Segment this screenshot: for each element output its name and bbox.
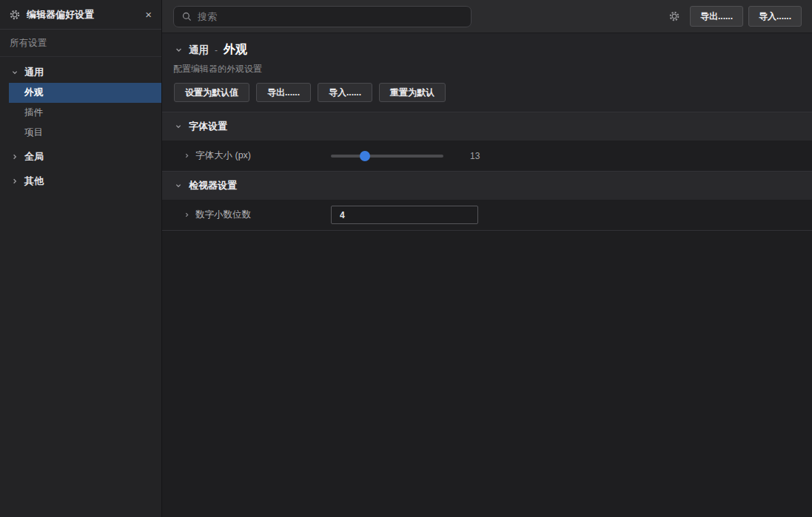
section-title: 字体设置 xyxy=(189,120,227,133)
section-inspector-settings[interactable]: 检视器设置 xyxy=(162,171,812,200)
page-title: 外观 xyxy=(224,42,247,58)
sidebar: 编辑器偏好设置 × 所有设置 通用 外观 插件 项目 xyxy=(0,0,162,517)
setting-label-wrap: 数字小数位数 xyxy=(162,209,331,221)
chevron-right-icon[interactable] xyxy=(11,178,19,185)
tree-group-global[interactable]: 全局 xyxy=(0,146,161,167)
tree-item-label: 外观 xyxy=(24,87,43,99)
tree-group-other[interactable]: 其他 xyxy=(0,170,161,192)
reset-default-button[interactable]: 重置为默认 xyxy=(379,83,446,102)
tree-item-plugins[interactable]: 插件 xyxy=(0,103,161,123)
gear-icon[interactable] xyxy=(669,11,680,21)
tree-item-appearance[interactable]: 外观 xyxy=(9,83,161,103)
chevron-right-icon[interactable] xyxy=(11,153,19,160)
settings-tree: 通用 外观 插件 项目 全局 其他 xyxy=(0,57,161,192)
tree-item-label: 插件 xyxy=(24,107,43,119)
topbar-actions: 导出...... 导入...... xyxy=(669,6,802,27)
tree-group-general[interactable]: 通用 xyxy=(0,62,161,83)
font-size-control: 13 xyxy=(331,151,480,161)
import-button[interactable]: 导入...... xyxy=(318,83,372,102)
settings-content: 通用 - 外观 配置编辑器的外观设置 设置为默认值 导出...... 导入...… xyxy=(162,33,812,517)
empty-area xyxy=(162,230,812,517)
decimal-places-input[interactable] xyxy=(331,206,478,224)
font-size-value: 13 xyxy=(470,151,480,161)
tree-group-label: 全局 xyxy=(24,150,44,163)
breadcrumb-parent[interactable]: 通用 xyxy=(189,44,209,57)
sidebar-header: 编辑器偏好设置 × xyxy=(0,0,161,30)
font-size-slider[interactable] xyxy=(331,151,443,161)
chevron-down-icon[interactable] xyxy=(11,69,19,76)
chevron-down-icon[interactable] xyxy=(175,46,183,54)
main-panel: 导出...... 导入...... 通用 - 外观 配置编辑器的外观设置 设置为… xyxy=(162,0,812,517)
setting-label-wrap: 字体大小 (px) xyxy=(162,149,331,162)
chevron-right-icon[interactable] xyxy=(184,152,190,159)
import-button[interactable]: 导入...... xyxy=(748,6,802,27)
export-button[interactable]: 导出...... xyxy=(256,83,311,102)
font-size-slider-handle[interactable] xyxy=(360,151,370,161)
set-default-button[interactable]: 设置为默认值 xyxy=(174,83,249,102)
tree-item-project[interactable]: 项目 xyxy=(0,123,161,143)
page-description: 配置编辑器的外观设置 xyxy=(162,63,812,74)
breadcrumb: 通用 - 外观 xyxy=(162,42,812,58)
close-icon[interactable]: × xyxy=(145,9,152,20)
gear-icon xyxy=(10,10,20,20)
topbar: 导出...... 导入...... xyxy=(162,0,812,33)
breadcrumb-separator: - xyxy=(215,45,218,55)
setting-row-font-size: 字体大小 (px) 13 xyxy=(162,141,812,171)
setting-row-decimal-places: 数字小数位数 xyxy=(162,200,812,230)
sidebar-item-all-settings[interactable]: 所有设置 xyxy=(0,30,161,57)
chevron-right-icon[interactable] xyxy=(184,212,190,218)
search-input[interactable] xyxy=(198,11,463,22)
page-header: 通用 - 外观 配置编辑器的外观设置 设置为默认值 导出...... 导入...… xyxy=(162,33,812,112)
slider-track[interactable] xyxy=(331,155,443,158)
section-title: 检视器设置 xyxy=(189,179,237,192)
setting-label: 数字小数位数 xyxy=(195,209,251,221)
chevron-down-icon[interactable] xyxy=(175,182,182,189)
chevron-down-icon[interactable] xyxy=(175,123,182,130)
export-button[interactable]: 导出...... xyxy=(690,6,743,27)
decimal-places-control xyxy=(331,206,478,224)
search-box[interactable] xyxy=(173,6,472,27)
tree-group-label: 其他 xyxy=(24,175,44,188)
tree-item-label: 项目 xyxy=(24,126,43,139)
section-font-settings[interactable]: 字体设置 xyxy=(162,112,812,141)
tree-group-label: 通用 xyxy=(24,66,44,79)
search-icon xyxy=(182,12,192,21)
window-title: 编辑器偏好设置 xyxy=(27,8,138,21)
editor-preferences-window: 编辑器偏好设置 × 所有设置 通用 外观 插件 项目 xyxy=(0,0,812,517)
setting-label: 字体大小 (px) xyxy=(195,149,251,162)
page-action-buttons: 设置为默认值 导出...... 导入...... 重置为默认 xyxy=(162,83,812,102)
